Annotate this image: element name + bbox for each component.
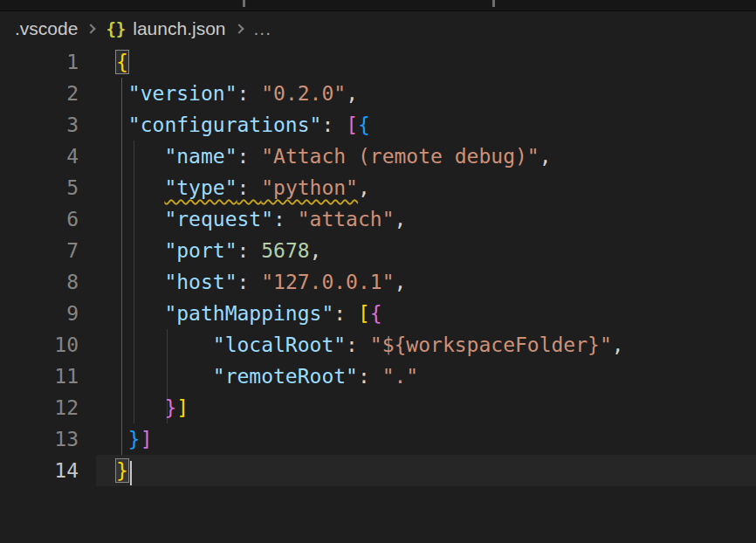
code-line: 2 "version": "0.2.0", bbox=[0, 78, 756, 109]
code-line: 7 "port": 5678, bbox=[0, 235, 756, 266]
code-line: 6 "request": "attach", bbox=[0, 203, 756, 235]
code-line: 9 "pathMappings": [{ bbox=[0, 298, 756, 329]
code-token: "request" bbox=[164, 208, 273, 230]
code-token: "type" bbox=[164, 176, 237, 199]
matched-bracket: { bbox=[116, 51, 128, 73]
code-line-content[interactable]: "host": "127.0.0.1", bbox=[96, 266, 756, 298]
code-token: "Attach (remote debug)" bbox=[261, 145, 540, 168]
code-token: } bbox=[164, 396, 176, 419]
code-token: : bbox=[237, 176, 261, 199]
breadcrumb-item-more[interactable]: ... bbox=[254, 18, 272, 39]
code-token: 5678 bbox=[261, 239, 309, 262]
code-token: : bbox=[333, 302, 358, 325]
code-token: : bbox=[237, 239, 261, 262]
breadcrumb-item-vscode[interactable]: .vscode bbox=[15, 18, 78, 39]
code-token: "python" bbox=[261, 176, 358, 199]
code-line-content[interactable]: "localRoot": "${workspaceFolder}", bbox=[96, 329, 756, 361]
code-line: 12 }] bbox=[0, 392, 756, 423]
code-token: : bbox=[237, 271, 261, 293]
line-number[interactable]: 13 bbox=[0, 423, 96, 455]
line-number[interactable]: 6 bbox=[0, 203, 96, 235]
editor[interactable]: 1{2 "version": "0.2.0",3 "configurations… bbox=[0, 46, 756, 543]
line-number[interactable]: 10 bbox=[0, 329, 96, 361]
line-number[interactable]: 14 bbox=[0, 455, 96, 486]
code-token: ] bbox=[141, 428, 153, 450]
code-token: "name" bbox=[164, 145, 237, 168]
code-token: "." bbox=[382, 365, 419, 388]
code-line-content[interactable]: "port": 5678, bbox=[96, 235, 756, 266]
code-token: , bbox=[310, 239, 322, 262]
code-token: : bbox=[237, 145, 261, 168]
code-token: , bbox=[358, 176, 370, 199]
code-line-content[interactable]: "configurations": [{ bbox=[96, 109, 756, 141]
code-token: : bbox=[237, 82, 261, 105]
tab-separator-icon bbox=[243, 0, 245, 7]
code-line-content[interactable]: "name": "Attach (remote debug)", bbox=[96, 141, 756, 172]
code-token: [ bbox=[346, 113, 358, 136]
code-token: "version" bbox=[128, 82, 237, 105]
code-line-content[interactable]: } bbox=[96, 455, 756, 486]
code-token: "localRoot" bbox=[213, 333, 346, 356]
code-token: [ bbox=[358, 302, 370, 325]
code-token: "127.0.0.1" bbox=[261, 271, 394, 293]
code-line: 8 "host": "127.0.0.1", bbox=[0, 266, 756, 298]
line-number[interactable]: 11 bbox=[0, 361, 96, 392]
line-number[interactable]: 8 bbox=[0, 266, 96, 298]
code-line-content[interactable]: }] bbox=[96, 392, 756, 423]
code-token: "host" bbox=[164, 271, 237, 293]
tab-bar-strip bbox=[0, 0, 756, 11]
code-line-content[interactable]: "request": "attach", bbox=[96, 203, 756, 235]
code-token: "attach" bbox=[298, 208, 395, 230]
line-number[interactable]: 5 bbox=[0, 172, 96, 203]
tab-separator-icon bbox=[492, 0, 495, 7]
code-token: } bbox=[128, 428, 141, 450]
code-token: "pathMappings" bbox=[164, 302, 333, 325]
code-line-content[interactable]: "version": "0.2.0", bbox=[96, 78, 756, 109]
line-number[interactable]: 3 bbox=[0, 109, 96, 141]
code-line-content[interactable]: }] bbox=[96, 423, 756, 455]
code-token: : bbox=[358, 365, 382, 388]
code-line-content[interactable]: "type": "python", bbox=[96, 172, 756, 203]
code-token: "port" bbox=[164, 239, 237, 262]
matched-bracket: } bbox=[116, 459, 128, 482]
code-token: , bbox=[395, 208, 407, 230]
code-token: { bbox=[358, 113, 370, 136]
code-line: 4 "name": "Attach (remote debug)", bbox=[0, 141, 756, 172]
code-token: "remoteRoot" bbox=[213, 365, 358, 388]
chevron-right-icon bbox=[86, 24, 96, 33]
json-braces-icon: {} bbox=[106, 19, 126, 38]
code-lines: 1{2 "version": "0.2.0",3 "configurations… bbox=[0, 46, 756, 486]
code-line: 14} bbox=[0, 455, 756, 486]
code-token: "0.2.0" bbox=[261, 82, 346, 105]
breadcrumb-item-launch-json[interactable]: launch.json bbox=[133, 18, 225, 39]
code-line-content[interactable]: "remoteRoot": "." bbox=[96, 361, 756, 392]
code-line: 11 "remoteRoot": "." bbox=[0, 361, 756, 392]
code-token: "configurations" bbox=[128, 113, 322, 136]
line-number[interactable]: 4 bbox=[0, 141, 96, 172]
code-token: : bbox=[321, 113, 346, 136]
code-token: , bbox=[540, 145, 552, 168]
line-number[interactable]: 7 bbox=[0, 235, 96, 266]
line-number[interactable]: 1 bbox=[0, 46, 96, 78]
code-line-content[interactable]: "pathMappings": [{ bbox=[96, 298, 756, 329]
code-line: 10 "localRoot": "${workspaceFolder}", bbox=[0, 329, 756, 361]
line-number[interactable]: 12 bbox=[0, 392, 96, 423]
code-token: : bbox=[346, 333, 370, 356]
line-number[interactable]: 9 bbox=[0, 298, 96, 329]
code-token: , bbox=[612, 333, 624, 356]
code-token: { bbox=[370, 302, 382, 325]
breadcrumb: .vscode {} launch.json ... bbox=[0, 11, 756, 46]
code-line: 5 "type": "python", bbox=[0, 172, 756, 203]
code-token: , bbox=[346, 82, 358, 105]
chevron-right-icon bbox=[234, 24, 244, 33]
code-line: 1{ bbox=[0, 46, 756, 78]
code-line: 3 "configurations": [{ bbox=[0, 109, 756, 141]
code-token: ] bbox=[176, 396, 189, 419]
code-token: , bbox=[395, 271, 407, 293]
code-token: "${workspaceFolder}" bbox=[370, 333, 612, 356]
code-token: : bbox=[273, 208, 298, 230]
line-number[interactable]: 2 bbox=[0, 78, 96, 109]
code-line-content[interactable]: { bbox=[96, 46, 756, 78]
text-cursor bbox=[130, 461, 132, 485]
code-line: 13 }] bbox=[0, 423, 756, 455]
